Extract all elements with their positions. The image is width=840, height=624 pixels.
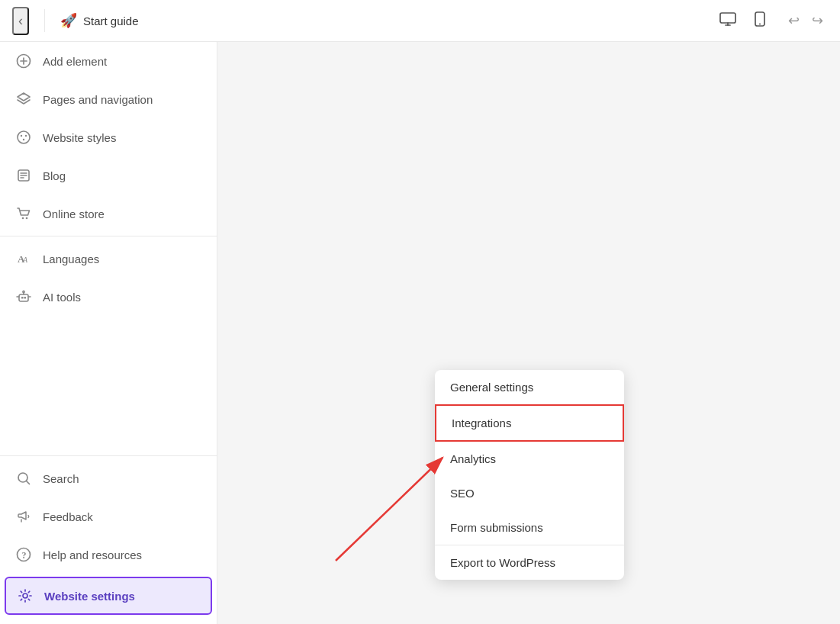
sidebar-item-online-store[interactable]: Online store xyxy=(0,195,217,233)
dropdown-item-label: Form submissions xyxy=(450,521,543,534)
dropdown-item-label: Export to WordPress xyxy=(450,556,555,569)
sidebar-item-label: AI tools xyxy=(43,291,81,304)
dropdown-item-export-wordpress[interactable]: Export to WordPress xyxy=(435,545,624,580)
sidebar-item-label: Online store xyxy=(43,207,105,220)
main-layout: Add element Pages and navigation Web xyxy=(0,42,840,624)
svg-marker-8 xyxy=(18,93,30,101)
edit-icon xyxy=(15,167,32,184)
sidebar-item-add-element[interactable]: Add element xyxy=(0,42,217,80)
dropdown-item-seo[interactable]: SEO xyxy=(435,476,624,510)
sidebar-divider-2 xyxy=(0,455,217,456)
topbar-divider xyxy=(44,9,45,32)
svg-point-33 xyxy=(23,593,27,598)
dropdown-item-label: Integrations xyxy=(452,417,511,429)
svg-point-9 xyxy=(18,131,30,143)
sidebar-item-label: Blog xyxy=(43,169,66,182)
undo-button[interactable]: ↩ xyxy=(784,9,804,32)
sidebar-item-ai-tools[interactable]: AI tools xyxy=(0,278,217,316)
sidebar: Add element Pages and navigation Web xyxy=(0,42,217,624)
svg-rect-21 xyxy=(19,294,28,301)
svg-rect-22 xyxy=(21,297,24,299)
svg-rect-23 xyxy=(24,297,27,299)
sidebar-item-label: Help and resources xyxy=(43,548,142,561)
svg-rect-0 xyxy=(720,13,735,23)
help-icon: ? xyxy=(15,546,32,563)
sidebar-item-label: Pages and navigation xyxy=(43,93,153,106)
sidebar-item-label: Website settings xyxy=(44,590,135,603)
cart-icon xyxy=(15,205,32,222)
robot-icon xyxy=(15,288,32,305)
dropdown-menu: General settings Integrations Analytics … xyxy=(435,370,624,580)
dropdown-item-integrations[interactable]: Integrations xyxy=(435,404,624,442)
svg-point-18 xyxy=(26,217,28,220)
mobile-view-button[interactable] xyxy=(748,7,771,35)
svg-point-11 xyxy=(25,135,27,137)
sidebar-item-languages[interactable]: A A Languages xyxy=(0,240,217,278)
svg-point-10 xyxy=(21,135,22,137)
gear-icon xyxy=(17,587,34,604)
sidebar-item-feedback[interactable]: Feedback xyxy=(0,497,217,536)
svg-text:?: ? xyxy=(22,550,27,561)
sidebar-item-label: Website styles xyxy=(43,131,116,144)
svg-text:A: A xyxy=(22,256,28,264)
dropdown-item-analytics[interactable]: Analytics xyxy=(435,442,624,476)
palette-icon xyxy=(15,129,32,146)
canvas-area: General settings Integrations Analytics … xyxy=(217,42,840,624)
svg-line-29 xyxy=(27,481,30,484)
dropdown-item-label: SEO xyxy=(450,487,475,500)
dropdown-item-general-settings[interactable]: General settings xyxy=(435,370,624,404)
svg-point-12 xyxy=(23,139,24,140)
sidebar-item-website-styles[interactable]: Website styles xyxy=(0,118,217,156)
dropdown-item-label: General settings xyxy=(450,381,533,394)
dropdown-item-label: Analytics xyxy=(450,452,496,465)
sidebar-spacer xyxy=(0,316,217,452)
sidebar-item-blog[interactable]: Blog xyxy=(0,156,217,195)
dropdown-item-form-submissions[interactable]: Form submissions xyxy=(435,510,624,545)
sidebar-item-label: Add element xyxy=(43,55,107,68)
plus-circle-icon xyxy=(15,53,32,69)
rocket-icon: 🚀 xyxy=(60,12,77,29)
sidebar-item-search[interactable]: Search xyxy=(0,459,217,497)
search-icon xyxy=(15,470,32,487)
topbar-right: ↩ ↪ xyxy=(713,7,828,35)
svg-point-17 xyxy=(22,217,24,220)
sidebar-item-help-resources[interactable]: ? Help and resources xyxy=(0,536,217,574)
sidebar-bottom-spacer xyxy=(0,618,217,624)
undo-redo-group: ↩ ↪ xyxy=(784,9,828,32)
sidebar-item-website-settings[interactable]: Website settings xyxy=(5,577,212,615)
sidebar-item-label: Search xyxy=(43,472,79,485)
start-guide-button[interactable]: 🚀 Start guide xyxy=(60,12,139,29)
topbar: ‹ 🚀 Start guide ↩ ↪ xyxy=(0,0,840,42)
sidebar-item-label: Feedback xyxy=(43,510,93,523)
desktop-view-button[interactable] xyxy=(713,8,742,34)
sidebar-divider-1 xyxy=(0,236,217,236)
sidebar-item-pages-navigation[interactable]: Pages and navigation xyxy=(0,80,217,118)
start-guide-label: Start guide xyxy=(83,14,139,27)
sidebar-item-label: Languages xyxy=(43,252,99,265)
back-button[interactable]: ‹ xyxy=(12,7,29,35)
svg-point-4 xyxy=(759,23,761,24)
layers-icon xyxy=(15,91,32,108)
megaphone-icon xyxy=(15,508,32,525)
svg-line-35 xyxy=(336,458,443,561)
translate-icon: A A xyxy=(15,250,32,267)
redo-button[interactable]: ↪ xyxy=(807,9,828,32)
